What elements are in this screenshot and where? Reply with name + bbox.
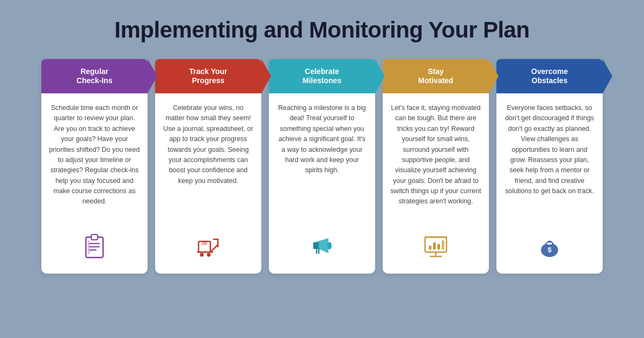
- svg-point-31: [546, 242, 553, 245]
- card-header-stay-motivated: Stay Motivated: [383, 59, 489, 93]
- card-header-regular-check-ins: Regular Check-Ins: [41, 59, 148, 93]
- svg-rect-17: [313, 243, 319, 249]
- card-celebrate-milestones: Celebrate Milestones Reaching a mileston…: [269, 59, 375, 274]
- card-stay-motivated: Stay Motivated Let's face it, staying mo…: [383, 59, 489, 274]
- chart-board-icon: [422, 230, 450, 262]
- money-bag-icon: $: [536, 230, 564, 262]
- card-track-progress: Track Your Progress Celebrate your wins,…: [155, 59, 261, 274]
- card-overcome-obstacles: Overcome Obstacles Everyone faces setbac…: [496, 59, 603, 274]
- card-regular-check-ins: Regular Check-Ins Schedule time each mon…: [41, 59, 148, 274]
- svg-rect-9: [202, 241, 207, 245]
- megaphone-icon: [308, 230, 336, 262]
- card-header-track-progress: Track Your Progress: [155, 59, 261, 93]
- card-body-celebrate-milestones: Reaching a milestone is a big deal! Trea…: [269, 93, 375, 224]
- card-header-overcome-obstacles: Overcome Obstacles: [496, 59, 603, 93]
- svg-rect-26: [433, 243, 436, 249]
- svg-text:$: $: [547, 246, 552, 254]
- svg-rect-25: [429, 246, 431, 249]
- svg-point-19: [327, 242, 332, 249]
- svg-rect-28: [442, 240, 444, 249]
- delivery-icon: [194, 230, 222, 262]
- card-body-stay-motivated: Let's face it, staying motivated can be …: [383, 93, 489, 224]
- svg-point-12: [207, 253, 211, 257]
- svg-rect-6: [87, 240, 90, 254]
- card-label-overcome-obstacles: Overcome Obstacles: [531, 67, 568, 86]
- svg-rect-2: [91, 234, 98, 240]
- cards-container: Regular Check-Ins Schedule time each mon…: [0, 59, 644, 274]
- svg-point-11: [200, 253, 204, 257]
- card-label-celebrate-milestones: Celebrate Milestones: [303, 67, 341, 86]
- card-label-stay-motivated: Stay Motivated: [418, 67, 453, 86]
- card-label-regular-check-ins: Regular Check-Ins: [77, 67, 113, 86]
- card-header-celebrate-milestones: Celebrate Milestones: [269, 59, 375, 93]
- page-title: Implementing and Monitoring Your Plan: [114, 17, 529, 43]
- card-body-regular-check-ins: Schedule time each month or quarter to r…: [41, 93, 148, 224]
- card-body-overcome-obstacles: Everyone faces setbacks, so don't get di…: [496, 93, 603, 224]
- clipboard-icon: [80, 230, 108, 262]
- svg-rect-27: [437, 244, 440, 249]
- card-label-track-progress: Track Your Progress: [189, 67, 227, 86]
- card-body-track-progress: Celebrate your wins, no matter how small…: [155, 93, 261, 224]
- svg-line-13: [210, 245, 218, 252]
